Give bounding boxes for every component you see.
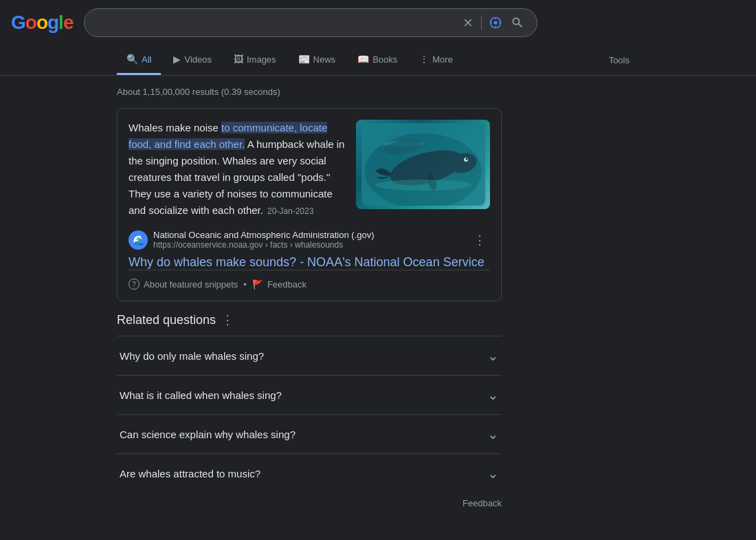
- news-icon: 📰: [298, 54, 310, 65]
- google-logo: Google: [11, 12, 73, 34]
- tab-videos[interactable]: ▶ Videos: [164, 45, 221, 75]
- question-text-3: Can science explain why whales sing?: [120, 429, 296, 440]
- related-questions-section: Related questions ⋮ Why do only male wha…: [117, 312, 502, 514]
- source-info: National Oceanic and Atmospheric Adminis…: [153, 230, 464, 250]
- svg-point-12: [375, 180, 471, 191]
- question-item-3[interactable]: Can science explain why whales sing? ⌄: [117, 414, 502, 453]
- expand-icon-1: ⌄: [487, 347, 499, 364]
- expand-icon-3: ⌄: [487, 426, 499, 442]
- snippet-footer: ? About featured snippets • 🚩 Feedback: [129, 270, 490, 290]
- snippet-feedback-link[interactable]: Feedback: [267, 279, 307, 290]
- question-item-4[interactable]: Are whales attracted to music? ⌄: [117, 453, 502, 493]
- nav-tabs: 🔍 All ▶ Videos 🖼 Images 📰 News 📖 Books ⋮…: [0, 45, 756, 76]
- source-more-button[interactable]: ⋮: [469, 231, 490, 249]
- bottom-feedback[interactable]: Feedback: [117, 493, 502, 514]
- snippet-link[interactable]: Why do whales make sounds? - NOAA's Nati…: [129, 255, 485, 269]
- snippet-text: Whales make noise to communicate, locate…: [129, 120, 345, 219]
- search-divider: [481, 16, 482, 30]
- tab-more[interactable]: ⋮ More: [410, 45, 463, 75]
- header: Google Why do whales like to sing: [0, 0, 756, 45]
- question-text-1: Why do only male whales sing?: [120, 350, 264, 362]
- more-icon: ⋮: [419, 54, 429, 65]
- svg-point-11: [465, 158, 467, 160]
- lens-search-button[interactable]: [487, 14, 504, 31]
- images-icon: 🖼: [234, 54, 243, 65]
- tab-news[interactable]: 📰 News: [289, 45, 346, 75]
- books-icon: 📖: [357, 54, 369, 65]
- results-count: About 1,15,00,000 results (0.39 seconds): [117, 87, 502, 97]
- related-questions-more-icon[interactable]: ⋮: [221, 312, 234, 327]
- expand-icon-4: ⌄: [487, 465, 499, 482]
- help-circle-icon: ?: [129, 279, 140, 290]
- source-favicon: 🌊: [129, 230, 148, 250]
- featured-snippet: Whales make noise to communicate, locate…: [117, 108, 502, 301]
- videos-icon: ▶: [173, 54, 181, 65]
- search-submit-button[interactable]: [509, 14, 526, 31]
- related-questions-header: Related questions ⋮: [117, 312, 502, 327]
- footer-dot: •: [243, 279, 247, 290]
- question-item-2[interactable]: What is it called when whales sing? ⌄: [117, 375, 502, 414]
- tab-all[interactable]: 🔍 All: [117, 45, 161, 75]
- search-bar: Why do whales like to sing: [84, 8, 537, 37]
- expand-icon-2: ⌄: [487, 387, 499, 403]
- question-item-1[interactable]: Why do only male whales sing? ⌄: [117, 336, 502, 375]
- tab-images[interactable]: 🖼 Images: [224, 45, 286, 75]
- snippet-image: [356, 120, 490, 209]
- results-area: About 1,15,00,000 results (0.39 seconds)…: [0, 76, 619, 525]
- source-row: 🌊 National Oceanic and Atmospheric Admin…: [129, 230, 490, 250]
- clear-search-button[interactable]: [460, 15, 476, 30]
- search-input[interactable]: Why do whales like to sing: [96, 17, 455, 29]
- all-icon: 🔍: [126, 54, 138, 65]
- tools-button[interactable]: Tools: [599, 47, 639, 74]
- snippet-content: Whales make noise to communicate, locate…: [129, 120, 490, 219]
- tab-books[interactable]: 📖 Books: [348, 45, 407, 75]
- related-questions-title: Related questions: [117, 313, 216, 327]
- question-text-2: What is it called when whales sing?: [120, 389, 282, 401]
- about-snippets-link[interactable]: About featured snippets: [144, 279, 238, 290]
- feedback-icon: 🚩: [252, 279, 263, 290]
- question-text-4: Are whales attracted to music?: [120, 468, 260, 479]
- svg-point-1: [494, 21, 498, 25]
- whale-illustration: [362, 123, 485, 206]
